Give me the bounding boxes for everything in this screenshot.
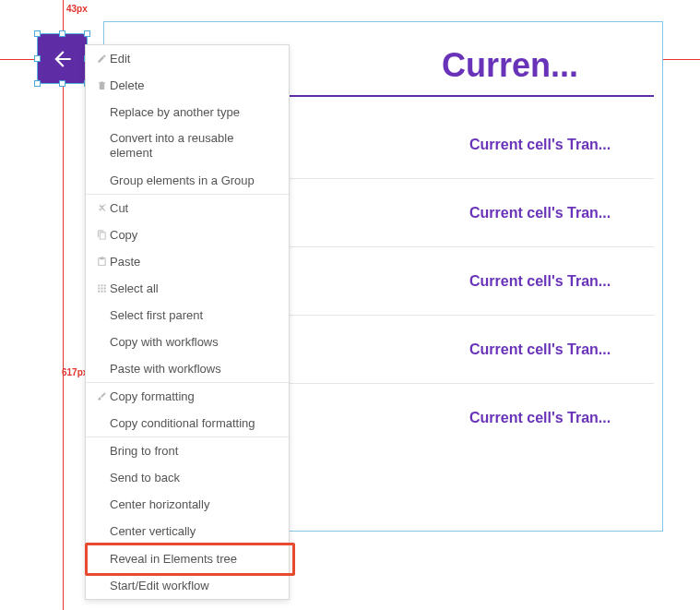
menu-replace[interactable]: Replace by another type — [86, 99, 289, 126]
menu-bring-front[interactable]: Bring to front — [86, 437, 289, 464]
context-menu: Edit Delete Replace by another type Conv… — [85, 44, 290, 600]
menu-delete[interactable]: Delete — [86, 72, 289, 99]
copy-icon — [93, 228, 110, 241]
blank-icon — [93, 416, 110, 429]
menu-cut[interactable]: Cut — [86, 195, 289, 221]
cell-status: Current cell's Tran... — [469, 341, 654, 358]
menu-group[interactable]: Group elements in a Group — [86, 167, 289, 194]
scissors-icon — [93, 201, 110, 214]
back-button[interactable] — [37, 33, 88, 84]
menu-label: Copy — [110, 228, 279, 242]
trash-icon — [93, 79, 110, 92]
menu-copy-workflows[interactable]: Copy with workflows — [86, 329, 289, 355]
menu-select-parent[interactable]: Select first parent — [86, 302, 289, 329]
menu-label: Bring to front — [110, 444, 279, 458]
menu-label: Select all — [110, 281, 279, 295]
menu-label: Copy with workflows — [110, 335, 279, 349]
blank-icon — [93, 362, 110, 375]
menu-label: Convert into a reusable element — [110, 131, 279, 161]
grid-icon — [93, 281, 110, 294]
dim-top: 43px — [66, 4, 88, 14]
clipboard-icon — [93, 255, 110, 268]
cell-status: Current cell's Tran... — [469, 205, 654, 221]
blank-icon — [93, 139, 110, 152]
menu-edit[interactable]: Edit — [86, 45, 289, 72]
blank-icon — [93, 106, 110, 119]
menu-label: Replace by another type — [110, 105, 279, 119]
brush-icon — [93, 389, 110, 402]
blank-icon — [93, 444, 110, 457]
blank-icon — [93, 308, 110, 321]
blank-icon — [93, 552, 110, 565]
menu-label: Start/Edit workflow — [110, 579, 279, 592]
menu-label: Copy formatting — [110, 389, 279, 403]
blank-icon — [93, 524, 110, 537]
menu-label: Center vertically — [110, 524, 279, 538]
blank-icon — [93, 579, 110, 592]
cell-status: Current cell's Tran... — [469, 137, 654, 153]
menu-label: Paste with workflows — [110, 362, 279, 376]
menu-label: Paste — [110, 255, 279, 269]
menu-label: Delete — [110, 78, 279, 92]
cell-status: Current cell's Tran... — [469, 273, 654, 290]
menu-convert[interactable]: Convert into a reusable element — [86, 126, 289, 167]
blank-icon — [93, 173, 110, 186]
menu-center-h[interactable]: Center horizontally — [86, 491, 289, 518]
menu-copy-formatting[interactable]: Copy formatting — [86, 383, 289, 410]
menu-send-back[interactable]: Send to back — [86, 464, 289, 491]
menu-copy[interactable]: Copy — [86, 221, 289, 248]
menu-start-workflow[interactable]: Start/Edit workflow — [86, 572, 289, 599]
menu-copy-conditional[interactable]: Copy conditional formatting — [86, 410, 289, 437]
header-status: Curren... — [442, 46, 654, 85]
blank-icon — [93, 335, 110, 348]
menu-label: Cut — [110, 201, 279, 215]
menu-label: Reveal in Elements tree — [110, 552, 279, 566]
blank-icon — [93, 471, 110, 484]
menu-label: Copy conditional formatting — [110, 416, 279, 430]
pencil-icon — [93, 53, 110, 66]
menu-paste[interactable]: Paste — [86, 248, 289, 275]
menu-label: Select first parent — [110, 308, 279, 322]
arrow-left-icon — [51, 47, 75, 71]
menu-label: Send to back — [110, 471, 279, 484]
cell-status: Current cell's Tran... — [469, 410, 654, 426]
menu-select-all[interactable]: Select all — [86, 275, 289, 302]
menu-label: Group elements in a Group — [110, 173, 279, 187]
blank-icon — [93, 497, 110, 510]
menu-paste-workflows[interactable]: Paste with workflows — [86, 355, 289, 382]
menu-label: Edit — [110, 52, 279, 66]
menu-center-v[interactable]: Center vertically — [86, 518, 289, 544]
menu-reveal-tree[interactable]: Reveal in Elements tree — [86, 545, 289, 572]
menu-label: Center horizontally — [110, 497, 279, 511]
